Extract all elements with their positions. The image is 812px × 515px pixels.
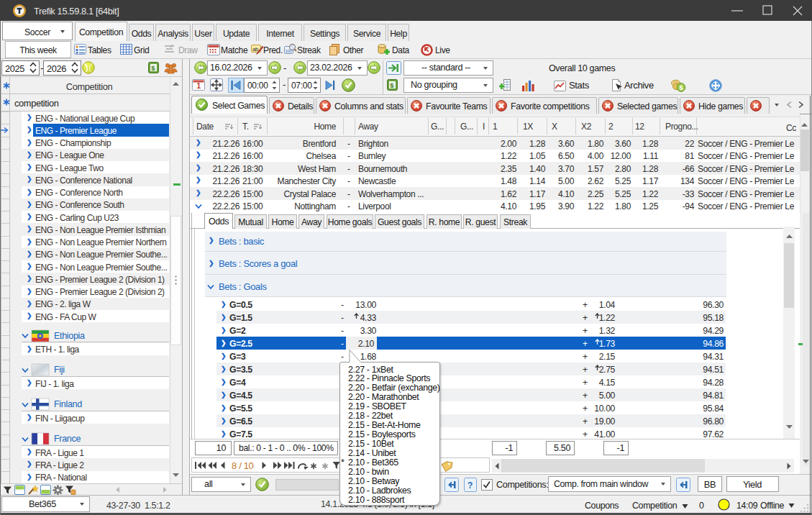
svg-text:1: 1 (197, 82, 201, 90)
svg-text:?: ? (467, 480, 473, 491)
svg-text:ab: ab (252, 46, 259, 53)
